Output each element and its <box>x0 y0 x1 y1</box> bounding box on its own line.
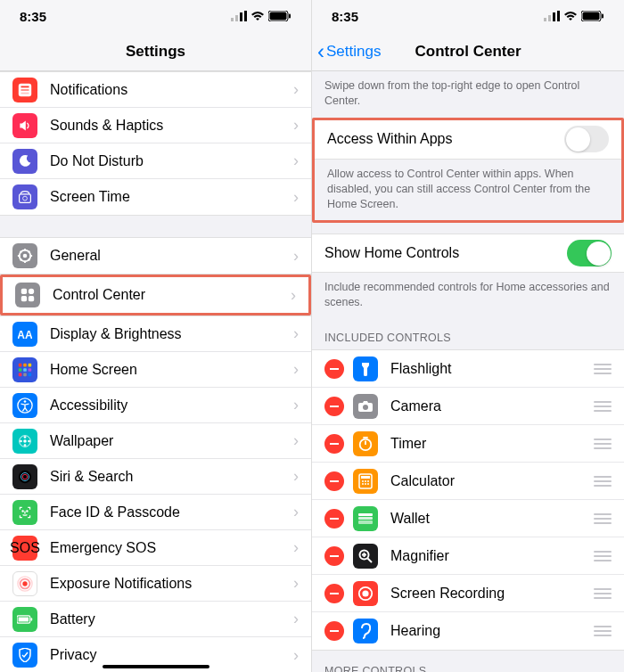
settings-row-control-center[interactable]: Control Center› <box>3 277 308 313</box>
svg-rect-66 <box>358 513 373 516</box>
chevron-right-icon: › <box>293 116 299 135</box>
chevron-right-icon: › <box>293 538 299 557</box>
home-indicator[interactable] <box>103 665 209 668</box>
battery-icon <box>12 607 37 632</box>
status-bar: 8:35 <box>312 0 624 32</box>
reorder-handle[interactable] <box>594 626 612 636</box>
svg-rect-10 <box>21 92 29 94</box>
access-label: Access Within Apps <box>327 131 564 147</box>
remove-button[interactable] <box>324 584 344 603</box>
row-label: Notifications <box>50 82 293 98</box>
svg-rect-11 <box>20 194 31 203</box>
control-row-calculator: Calculator <box>312 463 624 500</box>
settings-row-siri-search[interactable]: Siri & Search› <box>0 459 311 495</box>
home-controls-toggle[interactable] <box>567 240 612 266</box>
reorder-handle[interactable] <box>594 364 612 374</box>
svg-rect-9 <box>21 89 29 91</box>
more-header: More Controls <box>312 660 624 672</box>
remove-button[interactable] <box>324 434 344 454</box>
back-button[interactable]: ‹ Settings <box>312 41 381 62</box>
controlcenter-screen: 8:35 ‹ Settings Control Center Swipe dow… <box>312 0 624 672</box>
svg-rect-18 <box>29 296 34 301</box>
settings-row-battery[interactable]: Battery› <box>0 602 311 637</box>
svg-point-40 <box>22 510 23 511</box>
faceid-icon <box>12 500 37 525</box>
svg-point-34 <box>28 439 30 442</box>
back-label: Settings <box>326 43 381 61</box>
battery-icon <box>581 11 604 21</box>
access-toggle[interactable] <box>564 126 609 152</box>
settings-row-accessibility[interactable]: Accessibility› <box>0 388 311 423</box>
status-time: 8:35 <box>332 9 358 24</box>
control-row-camera: Camera <box>312 388 624 425</box>
settings-row-emergency-sos[interactable]: SOSEmergency SOS› <box>0 530 311 566</box>
settings-row-display-brightness[interactable]: AADisplay & Brightness› <box>0 316 311 352</box>
remove-button[interactable] <box>324 359 344 379</box>
svg-point-65 <box>367 483 369 485</box>
reorder-handle[interactable] <box>594 438 612 449</box>
status-time: 8:35 <box>20 9 46 24</box>
svg-point-41 <box>27 510 28 511</box>
row-label: Privacy <box>50 647 293 663</box>
row-label: Siri & Search <box>50 469 293 485</box>
svg-rect-6 <box>289 14 291 19</box>
reorder-handle[interactable] <box>594 476 612 487</box>
chevron-right-icon: › <box>293 646 299 665</box>
row-label: Face ID & Passcode <box>50 504 293 520</box>
remove-button[interactable] <box>324 471 344 491</box>
home-controls-desc: Include recommended controls for Home ac… <box>312 273 624 319</box>
svg-rect-5 <box>270 12 287 20</box>
settings-row-sounds-haptics[interactable]: Sounds & Haptics› <box>0 108 311 143</box>
settings-list[interactable]: Notifications›Sounds & Haptics›Do Not Di… <box>0 71 311 672</box>
svg-point-42 <box>22 581 27 586</box>
wallet-icon <box>353 506 378 531</box>
svg-rect-22 <box>29 363 32 366</box>
svg-rect-46 <box>19 617 29 621</box>
svg-rect-47 <box>31 618 33 620</box>
remove-button[interactable] <box>324 397 344 416</box>
row-label: Accessibility <box>50 397 293 414</box>
row-label: Control Center <box>53 287 291 303</box>
status-bar: 8:35 <box>0 0 311 32</box>
remove-button[interactable] <box>324 546 344 566</box>
svg-rect-50 <box>553 12 555 21</box>
settings-row-notifications[interactable]: Notifications› <box>0 72 311 108</box>
status-icons <box>231 11 291 21</box>
reorder-handle[interactable] <box>594 551 612 561</box>
svg-rect-20 <box>19 363 22 366</box>
settings-row-screen-time[interactable]: Screen Time› <box>0 179 311 215</box>
cellular-icon <box>544 11 560 21</box>
settings-row-do-not-disturb[interactable]: Do Not Disturb› <box>0 143 311 179</box>
settings-row-wallpaper[interactable]: Wallpaper› <box>0 423 311 459</box>
control-row-flashlight: Flashlight <box>312 350 624 388</box>
general-icon <box>12 243 37 268</box>
row-label: Wallpaper <box>50 433 293 449</box>
chevron-right-icon: › <box>293 431 299 450</box>
wifi-icon <box>563 11 578 21</box>
row-label: Screen Time <box>50 189 293 205</box>
reorder-handle[interactable] <box>594 401 612 412</box>
settings-row-home-screen[interactable]: Home Screen› <box>0 352 311 388</box>
intro-text: Swipe down from the top-right edge to op… <box>312 71 624 118</box>
settings-row-face-id-passcode[interactable]: Face ID & Passcode› <box>0 495 311 530</box>
page-title: Settings <box>0 43 311 61</box>
reorder-handle[interactable] <box>594 513 612 524</box>
cc-content[interactable]: Swipe down from the top-right edge to op… <box>312 71 624 672</box>
included-header: Included Controls <box>312 319 624 349</box>
home-controls-row[interactable]: Show Home Controls <box>312 234 624 273</box>
screentime-icon <box>12 184 37 209</box>
wifi-icon <box>250 11 265 21</box>
access-within-apps-row[interactable]: Access Within Apps <box>315 120 621 160</box>
sos-icon: SOS <box>12 536 37 561</box>
magnifier-icon <box>353 544 378 569</box>
settings-group-1: Notifications›Sounds & Haptics›Do Not Di… <box>0 71 311 216</box>
reorder-handle[interactable] <box>594 588 612 599</box>
chevron-right-icon: › <box>293 247 299 266</box>
svg-point-61 <box>365 480 366 482</box>
remove-button[interactable] <box>324 621 344 641</box>
settings-row-exposure-notifications[interactable]: Exposure Notifications› <box>0 566 311 602</box>
settings-row-general[interactable]: General› <box>0 238 311 274</box>
battery-icon <box>268 11 291 21</box>
remove-button[interactable] <box>324 509 344 529</box>
controlcenter-highlight: Control Center› <box>0 275 311 316</box>
